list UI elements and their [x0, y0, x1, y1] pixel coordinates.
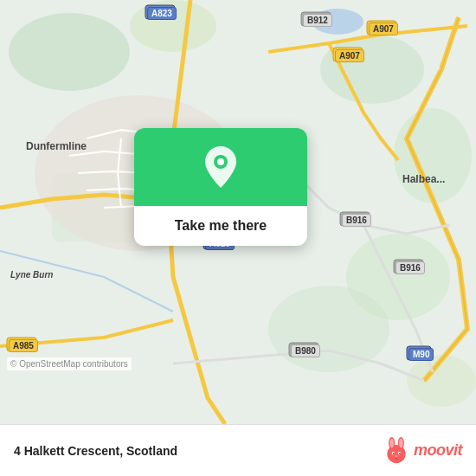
svg-point-1	[9, 13, 130, 91]
svg-point-27	[399, 438, 402, 447]
svg-rect-12	[301, 12, 331, 26]
svg-point-4	[394, 108, 472, 203]
location-info: 4 Halkett Crescent, Scotland	[14, 444, 177, 458]
moovit-text-label: moovit	[414, 441, 462, 460]
popup-green-area	[134, 128, 307, 206]
location-pin-icon	[202, 145, 240, 190]
svg-rect-14	[333, 48, 363, 61]
svg-point-26	[389, 438, 393, 447]
svg-point-32	[395, 454, 398, 457]
bottom-bar: 4 Halkett Crescent, Scotland moovit	[0, 424, 476, 476]
map-attribution: © OpenStreetMap contributors	[7, 357, 132, 370]
moovit-logo: moovit	[383, 437, 462, 465]
svg-rect-18	[7, 338, 36, 351]
popup-card: Take me there	[134, 128, 307, 246]
moovit-bunny-icon	[383, 437, 410, 465]
take-me-there-button[interactable]: Take me there	[134, 206, 307, 246]
svg-point-30	[393, 453, 395, 454]
svg-rect-19	[289, 343, 318, 357]
svg-rect-20	[407, 346, 431, 360]
map-container: A823 B912 A907 A907 Dunfermline Halbea..…	[0, 0, 476, 424]
svg-point-6	[268, 286, 389, 372]
svg-rect-16	[340, 212, 370, 226]
svg-point-31	[399, 453, 401, 454]
svg-point-22	[217, 158, 224, 165]
location-name: 4 Halkett Crescent, Scotland	[14, 444, 177, 458]
svg-rect-17	[394, 260, 423, 273]
svg-rect-11	[145, 5, 175, 19]
take-me-there-label: Take me there	[175, 218, 267, 234]
svg-point-3	[320, 35, 424, 104]
svg-rect-13	[367, 21, 396, 35]
